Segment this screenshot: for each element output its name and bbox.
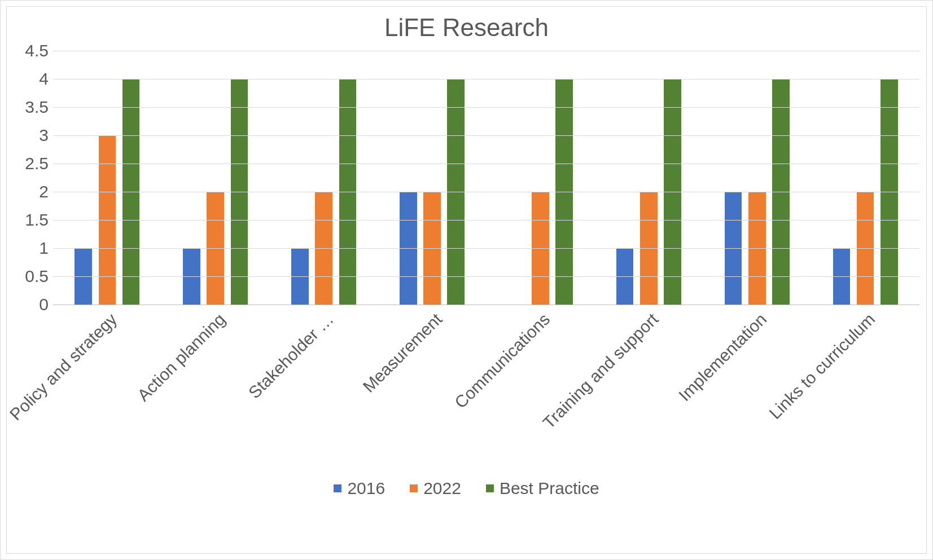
y-tick-label: 2 xyxy=(39,182,49,201)
chart-inner-frame: LiFE Research 00.511.522.533.544.5 Polic… xyxy=(6,6,927,554)
y-tick-label: 1.5 xyxy=(25,210,49,230)
y-tick-label: 0.5 xyxy=(25,267,49,286)
gridline xyxy=(53,276,919,277)
bar-group xyxy=(594,51,703,305)
bar-group xyxy=(811,51,919,305)
legend-label: 2016 xyxy=(347,479,385,498)
x-tick-label: Policy and strategy xyxy=(6,310,121,424)
y-tick-label: 2.5 xyxy=(25,154,49,173)
gridline xyxy=(53,192,919,192)
plot-row: 00.511.522.533.544.5 xyxy=(14,51,919,305)
legend-swatch xyxy=(410,484,418,492)
bar-group xyxy=(53,51,161,305)
legend: 20162022Best Practice xyxy=(14,479,919,498)
y-tick-label: 0 xyxy=(39,295,49,314)
bar-group xyxy=(703,51,811,305)
bar-group xyxy=(487,51,595,305)
y-axis: 00.511.522.533.544.5 xyxy=(14,51,53,305)
x-axis: Policy and strategyAction planningStakeh… xyxy=(53,305,919,474)
x-tick: Links to curriculum xyxy=(811,305,919,474)
y-tick-label: 4.5 xyxy=(25,41,49,60)
x-tick: Stakeholder … xyxy=(270,305,378,474)
legend-label: 2022 xyxy=(423,479,461,498)
y-tick-label: 4 xyxy=(39,69,49,89)
gridline xyxy=(53,79,919,80)
chart-title: LiFE Research xyxy=(14,14,919,42)
bar-group xyxy=(161,51,270,305)
chart-outer-frame: LiFE Research 00.511.522.533.544.5 Polic… xyxy=(0,0,933,560)
gridline xyxy=(53,51,919,51)
gridline xyxy=(53,135,919,136)
bar-groups xyxy=(53,51,919,305)
legend-item: Best Practice xyxy=(486,479,599,498)
gridline xyxy=(53,164,919,164)
legend-swatch xyxy=(334,484,341,492)
legend-label: Best Practice xyxy=(500,479,599,498)
y-tick-label: 1 xyxy=(39,239,49,258)
y-tick-label: 3 xyxy=(39,126,49,145)
y-tick-label: 3.5 xyxy=(25,98,49,117)
bar-group xyxy=(378,51,487,305)
gridline xyxy=(53,107,919,108)
legend-swatch xyxy=(486,484,494,492)
bar-group xyxy=(270,51,378,305)
gridline xyxy=(53,220,919,221)
legend-item: 2016 xyxy=(334,479,385,498)
gridline xyxy=(53,248,919,249)
plot-area xyxy=(53,51,919,305)
legend-item: 2022 xyxy=(410,479,461,498)
